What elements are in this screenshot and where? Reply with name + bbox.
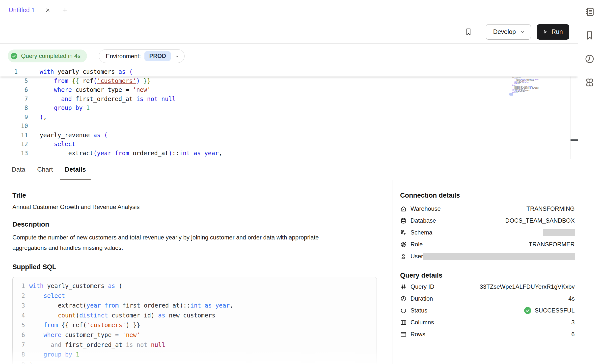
run-label: Run — [551, 28, 563, 35]
supplied-sql-line: 4 count(distinct customer_id) as new_cus… — [13, 311, 377, 321]
title-heading: Title — [12, 192, 392, 199]
line-number: 7 — [0, 95, 28, 104]
tab-data[interactable]: Data — [7, 159, 30, 180]
right-sidebar — [578, 0, 601, 364]
line-number: 9 — [0, 113, 28, 122]
minimap-cursor-marker — [509, 93, 513, 96]
supplied-sql-lines: 1with yearly_customers as (2 select3 ext… — [13, 281, 377, 364]
indent-guide — [40, 104, 40, 113]
bookmark-button[interactable] — [464, 27, 473, 37]
editor-sticky-line[interactable]: 1with yearly_customers as ( — [0, 67, 578, 77]
run-button[interactable]: Run — [537, 24, 569, 40]
sidebar-item-notebook[interactable] — [578, 0, 601, 24]
line-number: 11 — [0, 131, 28, 140]
editor-line[interactable]: 7 and first_ordered_at is not null — [0, 95, 578, 104]
detail-label: Query ID — [410, 283, 434, 290]
editor-line[interactable]: 10 — [0, 122, 578, 131]
details-right-column: Connection details WarehouseTRANSFORMING… — [392, 180, 582, 364]
toolbar: Develop Run — [0, 20, 578, 44]
detail-label: User — [410, 253, 423, 260]
detail-value: 6 — [571, 331, 574, 338]
status-row: Query completed in 4s Environment: PROD — [0, 44, 578, 67]
supplied-sql-line: 2 select — [13, 291, 377, 301]
line-number: 5 — [0, 77, 28, 86]
tab-chart[interactable]: Chart — [32, 159, 58, 180]
query-id-row: Query ID33TZseWpe1ALFDUYerxR1gVKxbv — [400, 281, 575, 293]
query-details-rows: Query ID33TZseWpe1ALFDUYerxR1gVKxbvDurat… — [400, 281, 575, 340]
editor-line[interactable]: 9), — [0, 113, 578, 122]
detail-label: Rows — [410, 331, 425, 338]
indent-guide — [40, 140, 40, 149]
line-number: 1 — [0, 67, 28, 77]
editor-line[interactable]: 13 extract(year from ordered_at)::int as… — [0, 149, 578, 158]
indent-guide — [40, 95, 40, 104]
status-row: StatusSUCCESSFUL — [400, 305, 575, 316]
supplied-sql-line: 3 extract(year from first_ordered_at)::i… — [13, 301, 377, 311]
line-number: 13 — [0, 149, 28, 158]
detail-label: Schema — [410, 229, 432, 236]
tab-details[interactable]: Details — [60, 159, 91, 180]
notebook-icon — [584, 6, 595, 17]
clock-icon — [400, 295, 407, 302]
environment-value-pill: PROD — [144, 51, 171, 61]
line-number: 3 — [13, 301, 25, 311]
database-row: DatabaseDOCS_TEAM_SANDBOX — [400, 215, 575, 227]
sidebar-item-history[interactable] — [578, 47, 601, 71]
indent-guide — [40, 77, 40, 86]
line-number: 8 — [0, 104, 28, 113]
line-number: 12 — [0, 140, 28, 149]
user-row: User — [400, 250, 575, 262]
file-tab-untitled-1[interactable]: Untitled 1 — [0, 0, 55, 20]
editor-line[interactable]: 12 select — [0, 140, 578, 149]
title-value: Annual Customer Growth and Revenue Analy… — [12, 204, 392, 210]
detail-value: DOCS_TEAM_SANDBOX — [505, 217, 575, 224]
sidebar-item-bookmarks[interactable] — [578, 24, 601, 47]
line-number: 1 — [13, 281, 25, 291]
detail-value: 4s — [568, 295, 574, 302]
indent-guide — [40, 149, 40, 158]
connection-details-rows: WarehouseTRANSFORMINGDatabaseDOCS_TEAM_S… — [400, 203, 575, 262]
warehouse-icon — [400, 206, 407, 212]
schema-row: Schema — [400, 227, 575, 238]
line-number: 6 — [13, 330, 25, 340]
spinner-icon — [400, 307, 407, 314]
environment-label: Environment: — [106, 53, 141, 60]
redacted-value — [543, 229, 575, 236]
line-number: 5 — [13, 320, 25, 330]
environment-selector[interactable]: Environment: PROD — [99, 49, 185, 63]
supplied-sql-line: 6 where customer_type = 'new' — [13, 330, 377, 340]
develop-label: Develop — [493, 28, 516, 35]
query-status-pill: Query completed in 4s — [8, 50, 87, 62]
editor-scrollbar-thumb[interactable] — [571, 139, 578, 141]
detail-label: Role — [410, 241, 423, 248]
editor-lines: 1with yearly_customers as (5 from {{ ref… — [0, 67, 578, 159]
redacted-value — [423, 253, 575, 260]
connection-details-heading: Connection details — [400, 192, 575, 199]
database-icon — [400, 217, 407, 224]
rows-icon — [400, 331, 407, 338]
editor-scrollbar[interactable] — [570, 67, 578, 159]
close-tab-icon[interactable] — [45, 7, 51, 13]
develop-dropdown-button[interactable]: Develop — [486, 24, 531, 40]
user-icon — [400, 253, 407, 260]
supplied-sql-line: 5 from {{ ref('customers') }} — [13, 320, 377, 330]
detail-value: 33TZseWpe1ALFDUYerxR1gVKxbv — [480, 283, 574, 290]
detail-label: Warehouse — [410, 205, 441, 212]
bookmark-icon — [584, 30, 595, 41]
duration-row: Duration4s — [400, 293, 575, 305]
detail-value: TRANSFORMER — [529, 241, 574, 248]
detail-label: Database — [410, 217, 436, 224]
line-number: 2 — [13, 291, 25, 301]
supplied-sql-block[interactable]: 1with yearly_customers as (2 select3 ext… — [12, 277, 377, 364]
sql-editor[interactable]: 1with yearly_customers as (5 from {{ ref… — [0, 67, 578, 159]
new-tab-button[interactable] — [62, 7, 68, 13]
editor-line[interactable]: 6 where customer_type = 'new' — [0, 85, 578, 95]
editor-line[interactable]: 11yearly_revenue as ( — [0, 131, 578, 140]
indent-guide — [54, 95, 54, 104]
play-icon — [542, 28, 548, 35]
role-icon — [400, 241, 407, 248]
editor-line[interactable]: 5 from {{ ref('customers') }} — [0, 77, 578, 86]
editor-line[interactable]: 8 group by 1 — [0, 104, 578, 113]
line-number: 6 — [0, 85, 28, 95]
sidebar-item-dbt[interactable] — [578, 71, 601, 94]
